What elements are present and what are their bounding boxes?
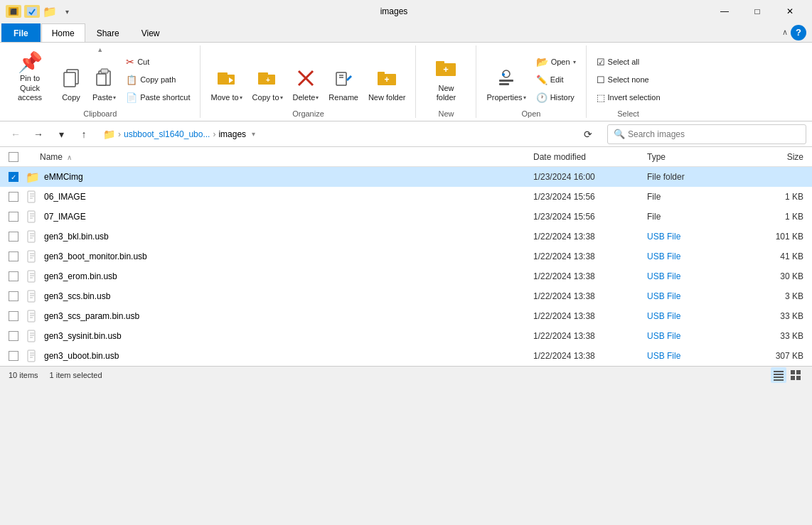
row-checkbox[interactable]: [9, 311, 26, 321]
checkbox[interactable]: [9, 271, 18, 281]
up-button[interactable]: ↑: [74, 124, 94, 144]
close-button[interactable]: ✕: [774, 0, 806, 23]
col-header-name[interactable]: Name ∧: [26, 152, 533, 162]
paste-button[interactable]: Paste ▾: [88, 54, 120, 105]
rename-button[interactable]: Rename: [324, 54, 363, 105]
file-row[interactable]: gen3_scs_param.bin.usb1/22/2024 13:38USB…: [0, 306, 812, 326]
checkbox[interactable]: [9, 192, 18, 202]
tab-file[interactable]: File: [1, 23, 41, 42]
move-to-arrow[interactable]: ▾: [240, 94, 242, 101]
col-header-type[interactable]: Type: [647, 152, 732, 162]
edit-button[interactable]: ✏️ Edit: [532, 72, 580, 87]
svg-rect-67: [774, 374, 784, 375]
customize-quick-access-icon[interactable]: ▾: [60, 4, 74, 18]
file-row[interactable]: gen3_scs.bin.usb1/22/2024 13:38USB File3…: [0, 286, 812, 306]
window-title: images: [80, 6, 708, 16]
breadcrumb[interactable]: 📁 › usbboot_sl1640_ubo... › images ▾ ⟳: [97, 124, 604, 144]
tab-share[interactable]: Share: [86, 23, 130, 42]
row-checkbox[interactable]: [9, 271, 26, 281]
row-checkbox[interactable]: [9, 251, 26, 261]
copy-path-button[interactable]: 📋 Copy path: [122, 72, 194, 87]
folder-icon[interactable]: 📁: [43, 4, 57, 18]
svg-rect-66: [774, 371, 784, 372]
file-date: 1/22/2024 13:38: [533, 232, 647, 242]
search-input[interactable]: [628, 129, 800, 139]
file-row[interactable]: gen3_sysinit.bin.usb1/22/2024 13:38USB F…: [0, 326, 812, 346]
breadcrumb-arrow: ›: [213, 129, 215, 139]
tab-home[interactable]: Home: [41, 23, 85, 42]
checkbox[interactable]: [9, 212, 18, 222]
file-row[interactable]: gen3_boot_monitor.bin.usb1/22/2024 13:38…: [0, 247, 812, 266]
row-checkbox[interactable]: [9, 212, 26, 222]
checkbox[interactable]: [9, 251, 18, 261]
select-group-label: Select: [592, 108, 665, 118]
new-folder-button[interactable]: + New folder: [364, 54, 410, 105]
file-row[interactable]: 06_IMAGE1/23/2024 15:56File1 KB: [0, 187, 812, 207]
checkbox[interactable]: [9, 311, 18, 321]
cut-button[interactable]: ✂ Cut: [122, 54, 194, 70]
checkbox[interactable]: [9, 232, 18, 242]
file-name: eMMCimg: [44, 172, 533, 182]
breadcrumb-dropdown[interactable]: ▾: [252, 130, 255, 138]
save-icon[interactable]: [24, 5, 40, 18]
file-row[interactable]: ✓📁eMMCimg1/23/2024 16:00File folder: [0, 167, 812, 187]
row-checkbox[interactable]: [9, 291, 26, 301]
tab-view[interactable]: View: [131, 23, 171, 42]
file-row[interactable]: gen3_erom.bin.usb1/22/2024 13:38USB File…: [0, 266, 812, 286]
details-view-button[interactable]: [771, 367, 786, 383]
file-row[interactable]: 07_IMAGE1/23/2024 15:56File1 KB: [0, 207, 812, 227]
undo-icon[interactable]: ⬛: [6, 5, 21, 18]
invert-selection-button[interactable]: ⬚ Invert selection: [592, 90, 665, 105]
properties-button[interactable]: Properties ▾: [482, 54, 530, 105]
checkbox[interactable]: [9, 331, 18, 341]
header-checkbox[interactable]: [9, 152, 26, 162]
copy-to-arrow[interactable]: ▾: [280, 94, 283, 101]
title-controls: — □ ✕: [708, 0, 806, 23]
copy-button[interactable]: Copy: [55, 54, 87, 105]
row-checkbox[interactable]: [9, 232, 26, 242]
copy-to-button[interactable]: + Copy to ▾: [248, 54, 287, 105]
checkbox[interactable]: ✓: [9, 172, 18, 182]
history-button[interactable]: 🕐 History: [532, 90, 580, 105]
delete-button[interactable]: Delete ▾: [289, 54, 324, 105]
properties-label: Properties: [486, 93, 522, 102]
sort-arrow: ∧: [67, 153, 72, 161]
paste-shortcut-button[interactable]: 📄 Paste shortcut: [122, 90, 194, 105]
pin-quick-access-button[interactable]: 📌 Pin to Quick access: [6, 54, 54, 105]
paste-arrow[interactable]: ▾: [113, 94, 116, 101]
checkbox[interactable]: [9, 291, 18, 301]
open-button[interactable]: 📂 Open ▾: [532, 54, 580, 70]
row-checkbox[interactable]: ✓: [9, 172, 26, 182]
col-header-date[interactable]: Date modified: [533, 152, 647, 162]
file-icon: [26, 289, 40, 303]
minimize-button[interactable]: —: [708, 0, 741, 23]
select-all-checkbox[interactable]: [9, 152, 18, 162]
file-row[interactable]: gen3_uboot.bin.usb1/22/2024 13:38USB Fil…: [0, 346, 812, 366]
copy-icon: [61, 68, 81, 92]
help-button[interactable]: ∧ ?: [782, 25, 809, 40]
forward-button[interactable]: →: [28, 124, 48, 144]
col-header-size[interactable]: Size: [732, 152, 803, 162]
recent-button[interactable]: ▾: [51, 124, 71, 144]
title-bar-quick-access: ⬛ 📁 ▾: [6, 4, 74, 18]
select-none-button[interactable]: ☐ Select none: [592, 72, 665, 87]
copy-to-label: Copy to: [252, 93, 279, 102]
maximize-button[interactable]: □: [741, 0, 774, 23]
file-type: USB File: [647, 331, 732, 341]
row-checkbox[interactable]: [9, 351, 26, 361]
delete-arrow[interactable]: ▾: [316, 94, 319, 101]
refresh-button[interactable]: ⟳: [578, 124, 598, 144]
file-row[interactable]: gen3_bkl.bin.usb1/22/2024 13:38USB File1…: [0, 227, 812, 247]
move-to-button[interactable]: Move to ▾: [206, 54, 246, 105]
checkbox[interactable]: [9, 351, 18, 361]
select-all-button[interactable]: ☑ Select all: [592, 54, 665, 70]
row-checkbox[interactable]: [9, 331, 26, 341]
new-folder-2-button[interactable]: + Newfolder: [422, 54, 470, 105]
large-icons-view-button[interactable]: [788, 367, 803, 383]
back-button[interactable]: ←: [6, 124, 26, 144]
file-name: 07_IMAGE: [44, 212, 533, 222]
breadcrumb-part1[interactable]: usbboot_sl1640_ubo...: [124, 129, 210, 139]
rename-icon: [333, 68, 353, 92]
properties-arrow[interactable]: ▾: [523, 94, 526, 101]
row-checkbox[interactable]: [9, 192, 26, 202]
